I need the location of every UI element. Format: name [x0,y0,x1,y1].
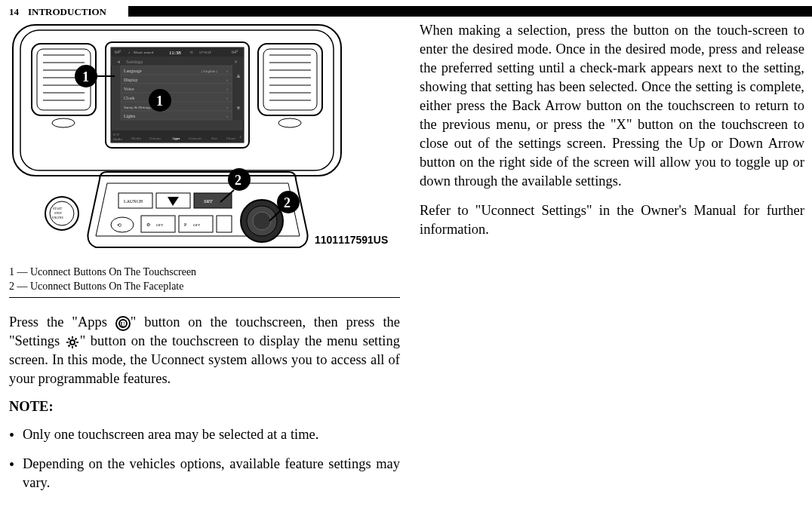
svg-rect-55 [232,66,244,93]
svg-point-91 [253,212,271,230]
svg-text:Controls: Controls [189,136,201,140]
section-title: INTRODUCTION [28,6,106,18]
svg-text:›: › [226,78,228,82]
svg-text:64°: 64° [232,50,238,54]
svg-rect-78 [194,193,232,208]
svg-text:1: 1 [82,69,89,84]
note-bullet-1: Only one touchscreen area may be selecte… [9,425,400,444]
page-header: 14 INTRODUCTION [9,6,106,18]
svg-text:64°: 64° [115,50,121,54]
svg-text:( English ): ( English ) [201,69,217,73]
svg-text:›: › [226,96,228,100]
diagram-legend: 1 — Uconnect Buttons On The Touchscreen … [9,265,400,294]
svg-text:Voice: Voice [124,87,134,91]
apps-icon: U [115,316,131,331]
svg-text:U: U [120,320,125,327]
svg-point-70 [50,201,74,225]
svg-text:Climate: Climate [149,136,162,140]
svg-text:1101117591US: 1101117591US [315,234,388,246]
header-bar [128,6,812,17]
svg-text:›: › [226,87,228,91]
svg-text:SRT: SRT [204,198,214,204]
svg-text:◄: ◄ [116,60,121,64]
svg-point-80 [111,217,134,232]
svg-text:Lights: Lights [124,114,136,118]
legend-item-2: 2 — Uconnect Buttons On The Faceplate [9,280,400,294]
svg-text:Language: Language [124,69,142,73]
svg-text:Display: Display [124,78,138,82]
svg-text:2: 2 [235,173,241,188]
svg-point-11 [52,118,75,127]
dashboard-diagram: 64° ♪ Music muted 11:38 N 57°SAT 64° ◄ S… [9,21,395,261]
svg-rect-12 [258,44,322,115]
svg-text:OFF: OFF [193,223,200,227]
svg-text:✕: ✕ [234,60,238,64]
svg-text:OFF: OFF [156,223,163,227]
svg-text:Phone: Phone [226,136,236,140]
svg-text:ENGINE: ENGINE [52,216,63,219]
svg-point-21 [278,118,301,127]
settings-gear-icon [65,335,80,350]
svg-text:Settings: Settings [126,59,143,65]
svg-text:›: › [226,105,228,109]
svg-text:N: N [190,51,193,54]
svg-text:Apps: Apps [172,136,180,140]
svg-text:2: 2 [284,195,291,210]
svg-text:P: P [184,222,187,227]
svg-text:Music muted: Music muted [134,51,154,54]
svg-point-107 [70,340,75,345]
svg-text:⚙: ⚙ [146,222,150,227]
svg-text:11:38: 11:38 [169,50,181,56]
note-list: Only one touchscreen area may be selecte… [9,425,400,492]
svg-text:›: › [226,69,228,73]
svg-text:87.9°: 87.9° [113,133,120,136]
svg-text:›: › [226,114,228,118]
svg-point-69 [45,197,78,230]
left-column: 64° ♪ Music muted 11:38 N 57°SAT 64° ◄ S… [9,21,400,503]
svg-rect-43 [121,84,232,93]
svg-marker-77 [168,197,179,206]
legend-divider [9,297,400,298]
svg-rect-13 [263,49,317,110]
page-number: 14 [9,6,19,18]
svg-text:▼: ▼ [235,105,241,112]
svg-text:STOP: STOP [54,211,62,215]
svg-text:Media: Media [131,136,142,140]
right-paragraph-2: Refer to "Uconnect Settings" in the Owne… [420,201,804,239]
svg-text:Clock: Clock [124,96,134,100]
svg-text:♪: ♪ [239,134,241,139]
note-heading: NOTE: [9,399,400,415]
svg-text:START: START [53,207,63,210]
left-paragraph-1: Press the "Apps U" button on the touchsc… [9,313,400,388]
svg-text:1: 1 [156,94,163,109]
legend-item-1: 1 — Uconnect Buttons On The Touchscreen [9,265,400,280]
svg-text:▲: ▲ [235,72,241,79]
svg-rect-46 [121,93,232,102]
svg-rect-52 [121,111,232,120]
svg-text:57°SAT: 57°SAT [199,51,211,54]
svg-text:LAUNCH: LAUNCH [124,199,143,204]
dashboard-svg: 64° ♪ Music muted 11:38 N 57°SAT 64° ◄ S… [9,21,395,261]
note-bullet-2: Depending on the vehicles options, avail… [9,455,400,492]
svg-text:Nav: Nav [211,136,218,140]
svg-text:Radio: Radio [113,137,122,141]
right-paragraph-1: When making a selection, press the butto… [420,21,804,191]
svg-text:⟲: ⟲ [117,222,121,228]
svg-rect-88 [217,216,232,232]
right-column: When making a selection, press the butto… [420,21,804,250]
